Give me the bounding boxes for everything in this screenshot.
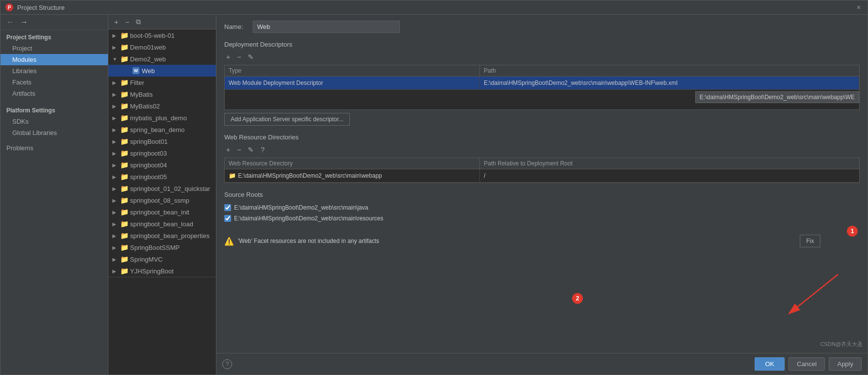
- help-webresource-button[interactable]: ?: [259, 145, 266, 155]
- apply-button[interactable]: Apply: [829, 357, 862, 371]
- project-structure-window: P Project Structure × ← → Project Settin…: [0, 0, 868, 375]
- module-name: SpringBootSSMP: [130, 244, 180, 251]
- close-button[interactable]: ×: [855, 3, 863, 11]
- add-webresource-button[interactable]: +: [224, 145, 232, 155]
- remove-descriptor-button[interactable]: −: [235, 52, 243, 62]
- sidebar-item-project[interactable]: Project: [0, 43, 108, 54]
- module-boot05web01[interactable]: ▶ 📁 boot-05-web-01: [108, 29, 216, 41]
- sidebar-item-sdks[interactable]: SDKs: [0, 116, 108, 127]
- expand-icon: ▶: [112, 92, 118, 97]
- folder-icon: 📁: [120, 173, 128, 181]
- sidebar-item-artifacts[interactable]: Artifacts: [0, 88, 108, 99]
- project-settings-header: Project Settings: [0, 30, 108, 43]
- expand-icon: ▶: [112, 115, 118, 121]
- module-springmvc[interactable]: ▶ 📁 SpringMVC: [108, 253, 216, 265]
- app-icon: P: [5, 3, 13, 11]
- name-row: Name:: [224, 21, 860, 33]
- sidebar-item-problems[interactable]: Problems: [0, 142, 108, 154]
- arrow-indicator: [760, 265, 868, 323]
- title-bar: P Project Structure ×: [0, 0, 868, 15]
- module-name: spring_bean_demo: [130, 126, 184, 134]
- module-name: mybatis_plus_demo: [130, 114, 187, 122]
- remove-module-button[interactable]: −: [123, 17, 131, 27]
- deployment-descriptors-toolbar: + − ✎: [224, 52, 860, 62]
- folder-icon: 📁: [120, 114, 128, 122]
- source-root-2-checkbox[interactable]: [224, 215, 231, 222]
- add-module-button[interactable]: +: [112, 17, 120, 27]
- csdn-watermark: CSDN@齐天大圣: [820, 341, 863, 348]
- expand-icon: ▶: [112, 186, 118, 191]
- module-name: MyBatis: [130, 91, 153, 98]
- edit-webresource-button[interactable]: ✎: [246, 145, 256, 155]
- cancel-button[interactable]: Cancel: [789, 357, 825, 371]
- ok-button[interactable]: OK: [755, 357, 785, 371]
- warning-text: 'Web' Facet resources are not included i…: [238, 238, 379, 244]
- add-descriptor-button[interactable]: +: [224, 52, 232, 62]
- annotation-1: 1: [847, 226, 858, 237]
- folder-icon: 📁: [120, 79, 128, 86]
- descriptor-row[interactable]: Web Module Deployment Descriptor E:\daim…: [225, 77, 859, 90]
- help-button[interactable]: ?: [222, 359, 232, 369]
- copy-module-button[interactable]: ⧉: [134, 17, 143, 27]
- source-root-1-checkbox[interactable]: [224, 204, 231, 211]
- module-name: springboot04: [130, 161, 167, 169]
- forward-button[interactable]: →: [18, 18, 30, 27]
- module-springboot01[interactable]: ▶ 📁 springBoot01: [108, 135, 216, 147]
- module-mybatis02[interactable]: ▶ 📁 MyBatis02: [108, 100, 216, 112]
- folder-icon: 📁: [120, 196, 128, 204]
- module-demo2web[interactable]: ▼ 📁 Demo2_web: [108, 53, 216, 65]
- source-roots-title: Source Roots: [224, 191, 860, 198]
- module-name: springboot03: [130, 150, 167, 157]
- module-filter[interactable]: ▶ 📁 Filter: [108, 77, 216, 88]
- folder-small-icon: 📁: [229, 172, 236, 179]
- module-springboot-quickstar[interactable]: ▶ 📁 springboot_01_02_quickstar: [108, 183, 216, 194]
- remove-webresource-button[interactable]: −: [235, 145, 243, 155]
- sidebar-item-facets[interactable]: Facets: [0, 77, 108, 88]
- module-spring-bean-demo[interactable]: ▶ 📁 spring_bean_demo: [108, 124, 216, 135]
- module-springboot-bean-load[interactable]: ▶ 📁 springboot_bean_load: [108, 218, 216, 230]
- expand-icon: ▶: [112, 198, 118, 203]
- module-springboot-bean-init[interactable]: ▶ 📁 springboot_bean_init: [108, 206, 216, 218]
- module-web-selected[interactable]: W Web: [108, 65, 216, 77]
- expand-icon: ▶: [112, 104, 118, 109]
- warning-bar: ⚠️ 'Web' Facet resources are not include…: [224, 232, 860, 250]
- web-resource-title: Web Resource Directories: [224, 134, 860, 141]
- back-button[interactable]: ←: [4, 18, 16, 27]
- expand-icon: ▶: [112, 162, 118, 168]
- module-name: springboot_bean_properties: [130, 232, 210, 240]
- module-mybatis-plus-demo[interactable]: ▶ 📁 mybatis_plus_demo: [108, 112, 216, 124]
- name-input[interactable]: [253, 21, 400, 33]
- expand-icon: ▶: [112, 80, 118, 85]
- module-demo01web[interactable]: ▶ 📁 Demo01web: [108, 41, 216, 53]
- module-name: YJHSpringBoot: [130, 268, 174, 275]
- expand-icon: ▶: [112, 33, 118, 38]
- module-springboot-bean-properties[interactable]: ▶ 📁 springboot_bean_properties: [108, 230, 216, 241]
- sidebar-item-modules[interactable]: Modules: [0, 54, 108, 65]
- module-springboot05[interactable]: ▶ 📁 springboot05: [108, 171, 216, 183]
- fix-button[interactable]: Fix: [800, 235, 820, 247]
- module-yjhspringboot[interactable]: ▶ 📁 YJHSpringBoot: [108, 265, 216, 277]
- module-mybatis[interactable]: ▶ 📁 MyBatis: [108, 88, 216, 100]
- expand-icon: ▶: [112, 221, 118, 227]
- module-springboot-ssmp2[interactable]: ▶ 📁 SpringBootSSMP: [108, 241, 216, 253]
- warning-icon: ⚠️: [224, 237, 234, 246]
- module-name: springboot_08_ssmp: [130, 197, 189, 204]
- module-springboot03[interactable]: ▶ 📁 springboot03: [108, 147, 216, 159]
- module-toolbar: + − ⧉: [108, 15, 216, 29]
- sidebar-item-global-libraries[interactable]: Global Libraries: [0, 127, 108, 138]
- module-name: springboot_01_02_quickstar: [130, 185, 210, 192]
- edit-descriptor-button[interactable]: ✎: [246, 52, 256, 62]
- sidebar-item-libraries[interactable]: Libraries: [0, 65, 108, 77]
- folder-icon: 📁: [120, 161, 128, 169]
- folder-icon: 📁: [120, 255, 128, 263]
- add-server-descriptor-button[interactable]: Add Application Server specific descript…: [224, 113, 350, 126]
- module-name: Demo2_web: [130, 55, 166, 63]
- deployment-descriptors-table: Type Path Web Module Deployment Descript…: [224, 65, 860, 110]
- module-list-scrollbar[interactable]: [108, 277, 216, 281]
- source-root-2-path: E:\daima\HMSpringBoot\Demo2_web\src\main…: [234, 215, 383, 222]
- web-resource-row[interactable]: 📁 E:\daima\HMSpringBoot\Demo2_web\src\ma…: [225, 169, 859, 183]
- expand-icon: ▶: [112, 151, 118, 156]
- deployment-descriptors-section: Deployment Descriptors + − ✎ Type Path W…: [224, 41, 860, 126]
- module-springboot04[interactable]: ▶ 📁 springboot04: [108, 159, 216, 171]
- module-springboot-ssmp[interactable]: ▶ 📁 springboot_08_ssmp: [108, 194, 216, 206]
